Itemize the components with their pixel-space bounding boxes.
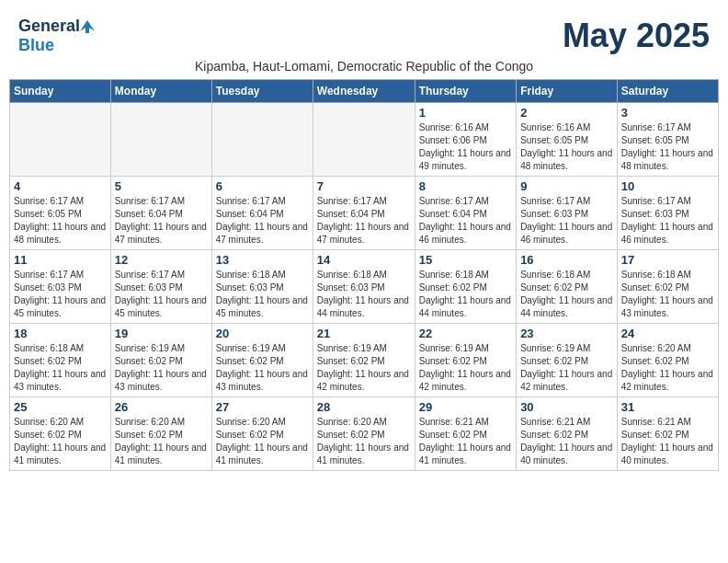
day-info: Sunrise: 6:17 AM Sunset: 6:03 PM Dayligh… <box>520 195 613 247</box>
day-number: 6 <box>216 179 309 193</box>
day-of-week-header: Friday <box>517 80 618 103</box>
calendar-cell: 10Sunrise: 6:17 AM Sunset: 6:03 PM Dayli… <box>617 177 718 250</box>
day-number: 11 <box>14 253 107 267</box>
day-number: 3 <box>621 106 714 120</box>
day-number: 30 <box>520 400 613 414</box>
calendar-header-row: SundayMondayTuesdayWednesdayThursdayFrid… <box>10 80 719 103</box>
day-of-week-header: Monday <box>110 80 211 103</box>
day-info: Sunrise: 6:18 AM Sunset: 6:02 PM Dayligh… <box>14 342 107 394</box>
logo-blue: Blue <box>18 36 54 55</box>
calendar-cell: 14Sunrise: 6:18 AM Sunset: 6:03 PM Dayli… <box>313 250 415 324</box>
calendar-week-row: 11Sunrise: 6:17 AM Sunset: 6:03 PM Dayli… <box>10 250 719 324</box>
day-number: 4 <box>14 179 107 193</box>
calendar-cell: 22Sunrise: 6:19 AM Sunset: 6:02 PM Dayli… <box>415 324 516 397</box>
day-info: Sunrise: 6:18 AM Sunset: 6:02 PM Dayligh… <box>621 269 714 320</box>
logo-icon <box>80 18 97 35</box>
day-info: Sunrise: 6:17 AM Sunset: 6:04 PM Dayligh… <box>317 195 411 247</box>
day-number: 20 <box>216 327 309 340</box>
calendar-cell: 9Sunrise: 6:17 AM Sunset: 6:03 PM Daylig… <box>517 177 618 250</box>
day-of-week-header: Tuesday <box>211 80 313 103</box>
day-info: Sunrise: 6:20 AM Sunset: 6:02 PM Dayligh… <box>14 416 107 467</box>
day-info: Sunrise: 6:20 AM Sunset: 6:02 PM Dayligh… <box>317 416 411 467</box>
calendar: SundayMondayTuesdayWednesdayThursdayFrid… <box>9 79 719 471</box>
calendar-cell: 17Sunrise: 6:18 AM Sunset: 6:02 PM Dayli… <box>617 250 718 324</box>
day-info: Sunrise: 6:20 AM Sunset: 6:02 PM Dayligh… <box>115 416 208 467</box>
day-info: Sunrise: 6:17 AM Sunset: 6:03 PM Dayligh… <box>14 269 107 320</box>
day-info: Sunrise: 6:17 AM Sunset: 6:04 PM Dayligh… <box>216 195 309 247</box>
day-info: Sunrise: 6:17 AM Sunset: 6:05 PM Dayligh… <box>621 121 714 173</box>
calendar-week-row: 4Sunrise: 6:17 AM Sunset: 6:05 PM Daylig… <box>10 177 719 250</box>
day-number: 1 <box>419 106 512 120</box>
calendar-cell: 15Sunrise: 6:18 AM Sunset: 6:02 PM Dayli… <box>415 250 516 324</box>
calendar-cell: 13Sunrise: 6:18 AM Sunset: 6:03 PM Dayli… <box>211 250 313 324</box>
month-title: May 2025 <box>563 17 710 55</box>
calendar-cell: 3Sunrise: 6:17 AM Sunset: 6:05 PM Daylig… <box>617 103 718 177</box>
logo-general: General <box>18 17 80 36</box>
day-info: Sunrise: 6:19 AM Sunset: 6:02 PM Dayligh… <box>520 342 613 394</box>
calendar-cell <box>10 103 111 177</box>
day-number: 9 <box>520 179 613 193</box>
day-info: Sunrise: 6:17 AM Sunset: 6:04 PM Dayligh… <box>115 195 208 247</box>
day-number: 26 <box>115 400 208 414</box>
day-info: Sunrise: 6:21 AM Sunset: 6:02 PM Dayligh… <box>419 416 512 467</box>
calendar-cell: 6Sunrise: 6:17 AM Sunset: 6:04 PM Daylig… <box>211 177 313 250</box>
day-number: 18 <box>14 327 107 340</box>
calendar-cell: 5Sunrise: 6:17 AM Sunset: 6:04 PM Daylig… <box>110 177 211 250</box>
calendar-cell: 23Sunrise: 6:19 AM Sunset: 6:02 PM Dayli… <box>517 324 618 397</box>
day-number: 31 <box>621 400 714 414</box>
day-info: Sunrise: 6:21 AM Sunset: 6:02 PM Dayligh… <box>520 416 613 467</box>
calendar-cell: 30Sunrise: 6:21 AM Sunset: 6:02 PM Dayli… <box>517 397 618 471</box>
day-number: 25 <box>14 400 107 414</box>
day-info: Sunrise: 6:18 AM Sunset: 6:03 PM Dayligh… <box>216 269 309 320</box>
day-of-week-header: Saturday <box>617 80 718 103</box>
day-info: Sunrise: 6:17 AM Sunset: 6:05 PM Dayligh… <box>14 195 107 247</box>
day-number: 2 <box>520 106 613 120</box>
day-number: 23 <box>520 327 613 340</box>
day-number: 27 <box>216 400 309 414</box>
calendar-cell: 26Sunrise: 6:20 AM Sunset: 6:02 PM Dayli… <box>110 397 211 471</box>
calendar-cell: 20Sunrise: 6:19 AM Sunset: 6:02 PM Dayli… <box>211 324 313 397</box>
calendar-cell: 21Sunrise: 6:19 AM Sunset: 6:02 PM Dayli… <box>313 324 415 397</box>
calendar-cell: 18Sunrise: 6:18 AM Sunset: 6:02 PM Dayli… <box>10 324 111 397</box>
calendar-cell: 11Sunrise: 6:17 AM Sunset: 6:03 PM Dayli… <box>10 250 111 324</box>
calendar-cell: 4Sunrise: 6:17 AM Sunset: 6:05 PM Daylig… <box>10 177 111 250</box>
day-number: 17 <box>621 253 714 267</box>
calendar-cell: 8Sunrise: 6:17 AM Sunset: 6:04 PM Daylig… <box>415 177 516 250</box>
day-info: Sunrise: 6:17 AM Sunset: 6:03 PM Dayligh… <box>115 269 208 320</box>
calendar-cell <box>211 103 313 177</box>
day-number: 7 <box>317 179 411 193</box>
day-number: 28 <box>317 400 411 414</box>
day-info: Sunrise: 6:19 AM Sunset: 6:02 PM Dayligh… <box>419 342 512 394</box>
calendar-cell: 2Sunrise: 6:16 AM Sunset: 6:05 PM Daylig… <box>517 103 618 177</box>
calendar-cell: 24Sunrise: 6:20 AM Sunset: 6:02 PM Dayli… <box>617 324 718 397</box>
day-info: Sunrise: 6:19 AM Sunset: 6:02 PM Dayligh… <box>317 342 411 394</box>
day-info: Sunrise: 6:17 AM Sunset: 6:03 PM Dayligh… <box>621 195 714 247</box>
day-number: 10 <box>621 179 714 193</box>
day-number: 24 <box>621 327 714 340</box>
calendar-cell: 29Sunrise: 6:21 AM Sunset: 6:02 PM Dayli… <box>415 397 516 471</box>
calendar-cell: 31Sunrise: 6:21 AM Sunset: 6:02 PM Dayli… <box>617 397 718 471</box>
day-number: 19 <box>115 327 208 340</box>
calendar-cell: 28Sunrise: 6:20 AM Sunset: 6:02 PM Dayli… <box>313 397 415 471</box>
calendar-week-row: 1Sunrise: 6:16 AM Sunset: 6:06 PM Daylig… <box>10 103 719 177</box>
day-number: 13 <box>216 253 309 267</box>
day-of-week-header: Sunday <box>10 80 111 103</box>
calendar-cell: 19Sunrise: 6:19 AM Sunset: 6:02 PM Dayli… <box>110 324 211 397</box>
day-of-week-header: Wednesday <box>313 80 415 103</box>
day-number: 15 <box>419 253 512 267</box>
day-info: Sunrise: 6:17 AM Sunset: 6:04 PM Dayligh… <box>419 195 512 247</box>
day-info: Sunrise: 6:21 AM Sunset: 6:02 PM Dayligh… <box>621 416 714 467</box>
day-info: Sunrise: 6:20 AM Sunset: 6:02 PM Dayligh… <box>216 416 309 467</box>
calendar-week-row: 25Sunrise: 6:20 AM Sunset: 6:02 PM Dayli… <box>10 397 719 471</box>
calendar-cell <box>110 103 211 177</box>
day-number: 22 <box>419 327 512 340</box>
calendar-cell: 27Sunrise: 6:20 AM Sunset: 6:02 PM Dayli… <box>211 397 313 471</box>
day-info: Sunrise: 6:19 AM Sunset: 6:02 PM Dayligh… <box>115 342 208 394</box>
calendar-cell: 1Sunrise: 6:16 AM Sunset: 6:06 PM Daylig… <box>415 103 516 177</box>
day-info: Sunrise: 6:18 AM Sunset: 6:02 PM Dayligh… <box>520 269 613 320</box>
day-number: 5 <box>115 179 208 193</box>
svg-marker-0 <box>80 20 95 33</box>
calendar-cell: 12Sunrise: 6:17 AM Sunset: 6:03 PM Dayli… <box>110 250 211 324</box>
calendar-cell: 7Sunrise: 6:17 AM Sunset: 6:04 PM Daylig… <box>313 177 415 250</box>
subtitle: Kipamba, Haut-Lomami, Democratic Republi… <box>9 59 719 74</box>
